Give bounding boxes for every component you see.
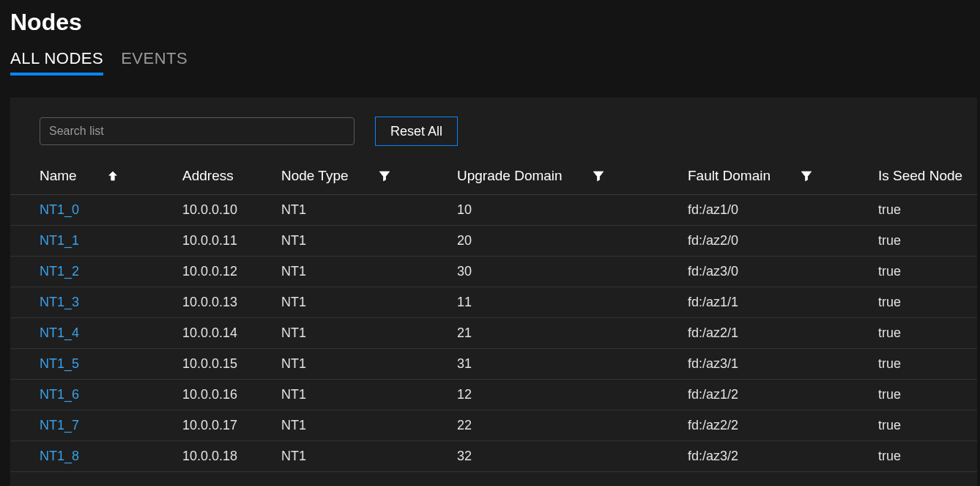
node-link[interactable]: NT1_1 xyxy=(40,233,79,248)
search-input[interactable] xyxy=(40,117,354,145)
filter-icon[interactable] xyxy=(378,169,391,183)
cell-fault-domain: fd:/az2/0 xyxy=(688,226,878,257)
cell-node-type: NT1 xyxy=(281,441,457,472)
cell-is-seed: true xyxy=(878,349,977,380)
page-title: Nodes xyxy=(10,0,980,49)
col-header-node-type[interactable]: Node Type xyxy=(281,161,457,195)
cell-node-type: NT1 xyxy=(281,287,457,318)
table-row: NT1_810.0.0.18NT132fd:/az3/2true xyxy=(10,441,977,472)
cell-is-seed: true xyxy=(878,287,977,318)
table-row: NT1_210.0.0.12NT130fd:/az3/0true xyxy=(10,257,977,287)
cell-upgrade-domain: 30 xyxy=(457,257,688,287)
cell-is-seed: true xyxy=(878,195,977,226)
node-link[interactable]: NT1_4 xyxy=(40,325,79,340)
cell-is-seed: true xyxy=(878,441,977,472)
node-link[interactable]: NT1_6 xyxy=(40,387,79,402)
node-link[interactable]: NT1_0 xyxy=(40,202,79,217)
cell-upgrade-domain: 12 xyxy=(457,380,688,410)
cell-address: 10.0.0.11 xyxy=(182,226,281,257)
cell-upgrade-domain: 20 xyxy=(457,226,688,257)
filter-icon[interactable] xyxy=(800,169,813,183)
node-link[interactable]: NT1_5 xyxy=(40,356,79,371)
cell-is-seed: true xyxy=(878,226,977,257)
table-header-row: Name Address Node Type xyxy=(10,161,977,195)
table-row: NT1_010.0.0.10NT110fd:/az1/0true xyxy=(10,195,977,226)
reset-all-button[interactable]: Reset All xyxy=(375,117,458,146)
toolbar: Reset All xyxy=(10,117,977,161)
content-panel: Reset All Name xyxy=(10,97,977,486)
cell-fault-domain: fd:/az2/1 xyxy=(688,318,878,349)
cell-node-type: NT1 xyxy=(281,349,457,380)
cell-fault-domain: fd:/az3/2 xyxy=(688,441,878,472)
table-row: NT1_710.0.0.17NT122fd:/az2/2true xyxy=(10,410,977,441)
col-header-address[interactable]: Address xyxy=(182,161,281,195)
cell-upgrade-domain: 10 xyxy=(457,195,688,226)
table-row: NT1_510.0.0.15NT131fd:/az3/1true xyxy=(10,349,977,380)
cell-address: 10.0.0.16 xyxy=(182,380,281,410)
col-header-is-seed[interactable]: Is Seed Node xyxy=(878,161,977,195)
cell-upgrade-domain: 21 xyxy=(457,318,688,349)
table-row: NT1_110.0.0.11NT120fd:/az2/0true xyxy=(10,226,977,257)
col-header-fault-domain[interactable]: Fault Domain xyxy=(688,161,878,195)
cell-node-type: NT1 xyxy=(281,226,457,257)
cell-upgrade-domain: 11 xyxy=(457,287,688,318)
node-link[interactable]: NT1_8 xyxy=(40,449,79,463)
cell-address: 10.0.0.15 xyxy=(182,349,281,380)
table-row: NT1_310.0.0.13NT111fd:/az1/1true xyxy=(10,287,977,318)
cell-upgrade-domain: 22 xyxy=(457,410,688,441)
cell-fault-domain: fd:/az2/2 xyxy=(688,410,878,441)
cell-node-type: NT1 xyxy=(281,318,457,349)
cell-node-type: NT1 xyxy=(281,257,457,287)
cell-is-seed: true xyxy=(878,410,977,441)
filter-icon[interactable] xyxy=(592,169,605,183)
arrow-up-icon xyxy=(106,169,119,183)
node-link[interactable]: NT1_2 xyxy=(40,264,79,279)
cell-fault-domain: fd:/az3/1 xyxy=(688,349,878,380)
col-header-name[interactable]: Name xyxy=(40,161,182,195)
col-header-name-label: Name xyxy=(40,168,77,184)
cell-node-type: NT1 xyxy=(281,410,457,441)
cell-fault-domain: fd:/az3/0 xyxy=(688,257,878,287)
col-header-upgrade-domain[interactable]: Upgrade Domain xyxy=(457,161,688,195)
cell-is-seed: true xyxy=(878,318,977,349)
cell-fault-domain: fd:/az1/0 xyxy=(688,195,878,226)
cell-address: 10.0.0.18 xyxy=(182,441,281,472)
cell-address: 10.0.0.13 xyxy=(182,287,281,318)
cell-is-seed: true xyxy=(878,380,977,410)
tab-bar: ALL NODES EVENTS xyxy=(10,49,980,76)
cell-address: 10.0.0.14 xyxy=(182,318,281,349)
tab-all-nodes[interactable]: ALL NODES xyxy=(10,49,103,76)
node-link[interactable]: NT1_7 xyxy=(40,418,79,432)
cell-fault-domain: fd:/az1/2 xyxy=(688,380,878,410)
cell-upgrade-domain: 31 xyxy=(457,349,688,380)
tab-events[interactable]: EVENTS xyxy=(121,49,188,76)
cell-address: 10.0.0.17 xyxy=(182,410,281,441)
cell-node-type: NT1 xyxy=(281,380,457,410)
table-row: NT1_610.0.0.16NT112fd:/az1/2true xyxy=(10,380,977,410)
cell-upgrade-domain: 32 xyxy=(457,441,688,472)
cell-node-type: NT1 xyxy=(281,195,457,226)
cell-fault-domain: fd:/az1/1 xyxy=(688,287,878,318)
cell-address: 10.0.0.12 xyxy=(182,257,281,287)
node-link[interactable]: NT1_3 xyxy=(40,295,79,309)
cell-address: 10.0.0.10 xyxy=(182,195,281,226)
table-row: NT1_410.0.0.14NT121fd:/az2/1true xyxy=(10,318,977,349)
cell-is-seed: true xyxy=(878,257,977,287)
nodes-table: Name Address Node Type xyxy=(10,161,977,472)
